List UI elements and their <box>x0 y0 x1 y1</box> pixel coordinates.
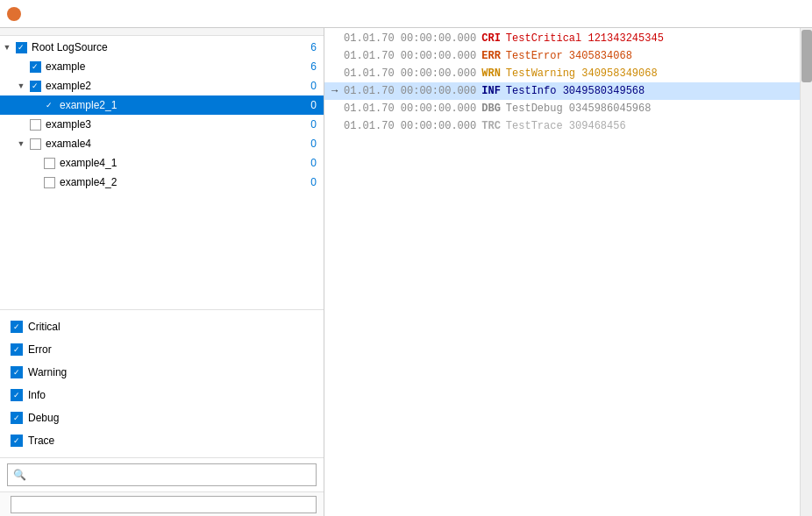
tree-item-example[interactable]: ✓example6 <box>0 57 324 76</box>
tree-checkbox-wrapper[interactable]: ✓ <box>14 40 28 54</box>
tree-count: 0 <box>299 157 317 169</box>
tree-label: example <box>46 60 299 73</box>
delta-bar <box>0 491 324 516</box>
tree-checkbox[interactable] <box>44 158 55 169</box>
minimize-button[interactable] <box>728 4 752 25</box>
tree-label: example2_1 <box>60 99 299 111</box>
filter-checkmark-icon: ✓ <box>13 414 20 422</box>
tree-checkbox[interactable] <box>44 177 55 188</box>
tree-label: examale4 <box>46 138 299 150</box>
log-level: CRI <box>481 32 501 45</box>
tree-count: 0 <box>299 99 317 111</box>
log-timestamp: 01.01.70 00:00:00.000 <box>344 120 476 132</box>
log-level: DBG <box>481 102 501 115</box>
filter-item-critical[interactable]: ✓ Critical <box>11 317 313 336</box>
tree-item-examale4[interactable]: ▼examale40 <box>0 134 324 153</box>
filter-label-info: Info <box>28 389 46 401</box>
filter-checkbox-info[interactable]: ✓ <box>11 389 23 401</box>
tree-checkbox-wrapper[interactable]: ✓ <box>28 79 42 93</box>
log-entry[interactable]: 01.01.70 00:00:00.000 ERR TestError 3405… <box>324 47 800 65</box>
tree-expander-spacer <box>14 60 28 74</box>
log-level: WRN <box>481 67 501 80</box>
tree-item-example2[interactable]: ▼✓example20 <box>0 76 324 95</box>
log-source-tree: ▼✓Root LogSource6✓example6▼✓example20✓ex… <box>0 36 324 309</box>
tree-expander-spacer <box>28 156 42 170</box>
filter-item-warning[interactable]: ✓ Warning <box>11 363 313 382</box>
log-timestamp: 01.01.70 00:00:00.000 <box>344 50 476 62</box>
tree-expander[interactable]: ▼ <box>14 79 28 93</box>
log-level: TRC <box>481 120 501 132</box>
tree-count: 0 <box>299 138 317 150</box>
left-panel: ▼✓Root LogSource6✓example6▼✓example20✓ex… <box>0 28 324 516</box>
tree-label: example4_1 <box>60 157 299 169</box>
tree-item-root[interactable]: ▼✓Root LogSource6 <box>0 38 324 57</box>
tree-item-example4_1[interactable]: example4_10 <box>0 153 324 173</box>
main-container: ▼✓Root LogSource6✓example6▼✓example20✓ex… <box>0 28 812 516</box>
tree-label: example3 <box>46 118 299 131</box>
tree-checkbox[interactable]: ✓ <box>44 100 55 111</box>
maximize-button[interactable] <box>754 4 779 25</box>
log-message: TestWarning 340958349068 <box>506 67 658 80</box>
tree-checkbox-wrapper[interactable] <box>42 156 56 170</box>
filter-checkbox-error[interactable]: ✓ <box>11 343 23 356</box>
filter-checkbox-critical[interactable]: ✓ <box>11 321 23 333</box>
filter-label-debug: Debug <box>28 412 59 424</box>
log-message: TestDebug 0345986045968 <box>506 102 652 115</box>
tree-count: 6 <box>299 41 317 53</box>
tree-expander[interactable]: ▼ <box>14 137 28 151</box>
tree-checkbox[interactable]: ✓ <box>30 81 41 92</box>
right-panel-inner: 01.01.70 00:00:00.000 CRI TestCritical 1… <box>324 28 812 516</box>
search-area: 🔍 <box>0 457 324 491</box>
tree-checkbox-wrapper[interactable]: ✓ <box>42 98 56 112</box>
log-message: TestError 3405834068 <box>506 50 632 62</box>
tree-checkbox[interactable] <box>30 138 41 150</box>
filter-checkbox-warning[interactable]: ✓ <box>11 366 23 378</box>
tree-checkbox[interactable]: ✓ <box>16 42 27 53</box>
filter-checkmark-icon: ✓ <box>13 436 20 445</box>
filter-checkmark-icon: ✓ <box>13 345 20 354</box>
log-entry[interactable]: 01.01.70 00:00:00.000 CRI TestCritical 1… <box>324 30 800 47</box>
log-timestamp: 01.01.70 00:00:00.000 <box>344 32 476 45</box>
tree-expander-spacer <box>28 175 42 189</box>
tree-count: 6 <box>299 60 317 73</box>
tree-item-example3[interactable]: example30 <box>0 115 324 134</box>
window-controls <box>728 4 805 25</box>
tree-checkbox-wrapper[interactable] <box>28 137 42 151</box>
filter-checkmark-icon: ✓ <box>13 391 20 399</box>
tree-expander-spacer <box>28 98 42 112</box>
scrollbar-thumb[interactable] <box>801 30 812 82</box>
tree-expander[interactable]: ▼ <box>0 40 14 54</box>
right-panel: 01.01.70 00:00:00.000 CRI TestCritical 1… <box>324 28 812 516</box>
tree-label: example4_2 <box>60 176 299 188</box>
tree-checkbox-wrapper[interactable] <box>28 117 42 131</box>
tree-checkbox-wrapper[interactable] <box>42 175 56 189</box>
log-entry[interactable]: 01.01.70 00:00:00.000 TRC TestTrace 3094… <box>324 117 800 135</box>
log-entry[interactable]: → 01.01.70 00:00:00.000 INF TestInfo 304… <box>324 82 800 100</box>
filter-area: ✓ Critical ✓ Error ✓ Warning ✓ Info ✓ De… <box>0 309 324 457</box>
filter-checkbox-debug[interactable]: ✓ <box>11 412 23 424</box>
close-button[interactable] <box>780 4 805 25</box>
log-area: 01.01.70 00:00:00.000 CRI TestCritical 1… <box>324 28 800 516</box>
filter-item-trace[interactable]: ✓ Trace <box>11 431 313 450</box>
right-scrollbar[interactable] <box>800 28 812 516</box>
tree-checkbox[interactable] <box>30 119 41 131</box>
search-input[interactable] <box>30 469 310 481</box>
checkmark-icon: ✓ <box>32 63 39 71</box>
filter-item-info[interactable]: ✓ Info <box>11 385 313 405</box>
filter-item-debug[interactable]: ✓ Debug <box>11 408 313 428</box>
tree-checkbox-wrapper[interactable]: ✓ <box>28 60 42 74</box>
tree-item-example4_2[interactable]: example4_20 <box>0 173 324 192</box>
filter-checkbox-trace[interactable]: ✓ <box>11 435 23 447</box>
tree-header <box>0 28 324 36</box>
tree-label: example2 <box>46 80 299 92</box>
tree-item-example2_1[interactable]: ✓example2_10 <box>0 95 324 115</box>
log-timestamp: 01.01.70 00:00:00.000 <box>344 102 476 115</box>
tree-checkbox[interactable]: ✓ <box>30 61 41 73</box>
log-entry[interactable]: 01.01.70 00:00:00.000 WRN TestWarning 34… <box>324 65 800 82</box>
app-icon <box>7 7 21 21</box>
filter-item-error[interactable]: ✓ Error <box>11 340 313 359</box>
filter-label-trace: Trace <box>28 435 54 447</box>
log-entry[interactable]: 01.01.70 00:00:00.000 DBG TestDebug 0345… <box>324 100 800 117</box>
checkmark-icon: ✓ <box>32 82 39 90</box>
tree-count: 0 <box>299 176 317 188</box>
